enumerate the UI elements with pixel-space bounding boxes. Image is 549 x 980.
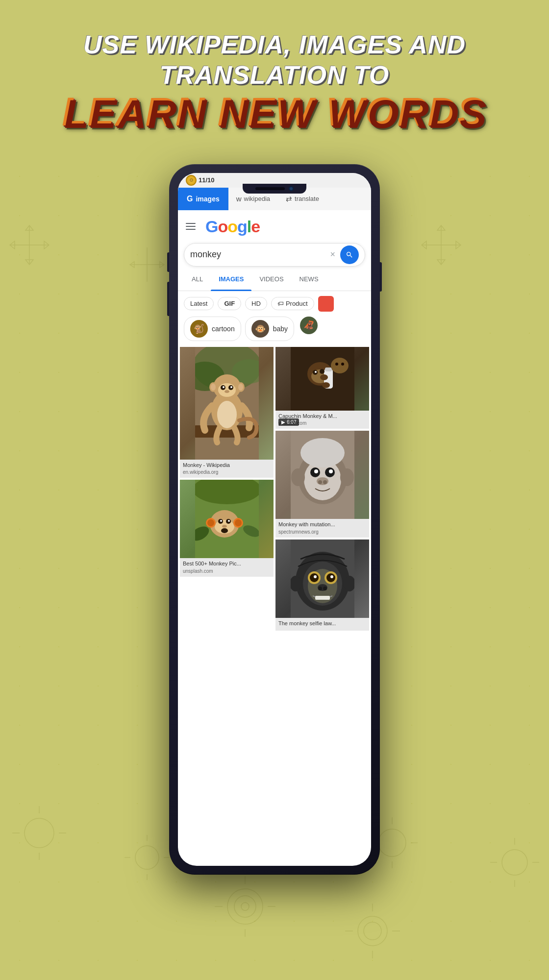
search-input[interactable] — [190, 249, 330, 260]
suggestion-cartoon-label: cartoon — [212, 325, 235, 333]
svg-point-123 — [230, 386, 232, 388]
volume-down-button[interactable] — [167, 282, 169, 316]
image-card-title-5: The monkey selfie law... — [275, 618, 369, 628]
svg-point-157 — [335, 363, 338, 366]
svg-point-105 — [358, 916, 387, 946]
google-logo: Google — [205, 217, 260, 236]
svg-point-156 — [331, 358, 349, 373]
svg-point-168 — [323, 480, 327, 484]
suggestion-cartoon[interactable]: 🐒 cartoon — [184, 317, 241, 341]
images-column-left: Monkey - Wikipedia en.wikipedia.org — [180, 347, 274, 631]
filter-product[interactable]: 🏷 Product — [271, 297, 314, 310]
power-button[interactable] — [380, 262, 382, 292]
tab-images-label: images — [196, 195, 219, 203]
filter-tab-videos[interactable]: VIDEOS — [251, 271, 291, 287]
svg-rect-185 — [315, 596, 330, 600]
svg-point-100 — [241, 903, 249, 910]
filter-tab-all[interactable]: ALL — [184, 271, 211, 287]
svg-point-124 — [225, 390, 229, 393]
image-card-source-3: spectrumnews.org — [275, 529, 369, 538]
phone-outer: ⚙ 11/10 G images w wikipedia — [169, 164, 380, 875]
svg-point-106 — [364, 922, 381, 940]
svg-point-122 — [223, 386, 225, 388]
filter-gif[interactable]: GIF — [218, 297, 241, 310]
svg-point-152 — [320, 369, 324, 374]
filter-color-red[interactable] — [318, 296, 334, 312]
header-section: USE WIKIPEDIA, IMAGES AND TRANSLATION TO… — [0, 0, 549, 154]
image-card-title-1: Monkey - Wikipedia — [180, 460, 274, 469]
svg-point-154 — [320, 374, 328, 380]
header-subtitle: USE WIKIPEDIA, IMAGES AND TRANSLATION TO — [29, 29, 520, 91]
volume-up-button[interactable] — [167, 252, 169, 272]
svg-point-167 — [318, 480, 322, 484]
google-header: Google — [178, 210, 371, 243]
suggestion-baby-label: baby — [273, 325, 288, 333]
phone-screen: ⚙ 11/10 G images w wikipedia — [178, 173, 371, 866]
svg-point-135 — [220, 520, 222, 522]
video-duration-badge: ▶ 6:07 — [278, 418, 299, 426]
search-box[interactable]: × — [184, 243, 365, 267]
image-card-source-4: unsplash.com — [180, 568, 274, 577]
monkey-best500-image — [180, 480, 274, 558]
image-filters: Latest GIF HD 🏷 Product — [178, 291, 371, 317]
suggestion-extra-img: 🦧 — [300, 317, 318, 334]
filter-tab-news[interactable]: NEWS — [292, 271, 326, 287]
tab-translate-label: translate — [295, 195, 319, 202]
svg-point-117 — [217, 401, 237, 428]
search-clear-button[interactable]: × — [330, 249, 335, 260]
svg-rect-150 — [325, 368, 332, 371]
suggestion-cartoon-img: 🐒 — [190, 320, 208, 338]
hamburger-line-1 — [186, 223, 196, 224]
image-card-monkey-best500[interactable]: Best 500+ Monkey Pic... unsplash.com — [180, 480, 274, 576]
search-submit-button[interactable] — [340, 245, 359, 264]
phone-notch — [243, 184, 306, 194]
image-card-source-1: en.wikipedia.org — [180, 469, 274, 478]
suggestion-baby[interactable]: 🐵 baby — [245, 317, 294, 341]
phone-container: ⚙ 11/10 G images w wikipedia — [0, 154, 549, 875]
google-g-logo: G — [187, 195, 193, 203]
image-card-monkey-selfie[interactable]: The monkey selfie law... — [275, 539, 369, 631]
tab-wikipedia-label: wikipedia — [244, 195, 270, 202]
svg-point-99 — [234, 896, 256, 917]
header-title: LEARN NEW WORDS — [29, 91, 520, 135]
svg-point-128 — [238, 384, 243, 391]
image-card-capuchin-video[interactable]: ▶ 6:07 Capuchin Monkey & M... youtube.co… — [275, 347, 369, 429]
suggestions-row: 🐒 cartoon 🐵 baby 🦧 — [178, 317, 371, 347]
product-tag-icon: 🏷 — [277, 300, 284, 307]
front-camera — [289, 186, 294, 191]
svg-point-181 — [330, 575, 333, 578]
wikipedia-w-icon: w — [236, 195, 242, 203]
capuchin-video-image — [275, 347, 369, 411]
svg-point-140 — [235, 519, 242, 526]
svg-point-130 — [195, 480, 259, 504]
filter-tab-images[interactable]: IMAGES — [211, 271, 251, 287]
svg-point-158 — [341, 363, 344, 366]
images-grid: Monkey - Wikipedia en.wikipedia.org — [178, 347, 371, 631]
tab-images[interactable]: G images — [178, 188, 228, 210]
filter-tabs: ALL IMAGES VIDEOS NEWS — [178, 271, 371, 291]
svg-point-184 — [323, 587, 327, 590]
svg-point-136 — [228, 520, 230, 522]
suggestion-baby-img: 🐵 — [251, 320, 269, 338]
play-icon: ▶ — [281, 419, 285, 425]
translate-icon: ⇄ — [286, 195, 292, 203]
coin-badge: ⚙ 11/10 — [186, 175, 215, 186]
coin-icon: ⚙ — [186, 175, 197, 186]
svg-point-142 — [221, 528, 228, 533]
coin-count: 11/10 — [199, 176, 215, 184]
svg-point-98 — [227, 889, 263, 924]
filter-hd[interactable]: HD — [245, 297, 267, 310]
video-duration: 6:07 — [287, 419, 296, 425]
svg-point-126 — [211, 384, 216, 391]
svg-point-165 — [329, 469, 333, 473]
image-card-monkey-mutation[interactable]: Monkey with mutation... spectrumnews.org — [275, 431, 369, 537]
svg-point-171 — [300, 438, 345, 467]
image-card-monkey-wikipedia[interactable]: Monkey - Wikipedia en.wikipedia.org — [180, 347, 274, 478]
monkey-wikipedia-image — [180, 347, 274, 460]
image-card-title-4: Best 500+ Monkey Pic... — [180, 558, 274, 568]
phone-speaker — [255, 187, 285, 190]
monkey-mutation-image — [275, 431, 369, 519]
filter-latest[interactable]: Latest — [184, 297, 214, 310]
svg-point-155 — [322, 382, 330, 388]
hamburger-menu[interactable] — [186, 223, 196, 230]
